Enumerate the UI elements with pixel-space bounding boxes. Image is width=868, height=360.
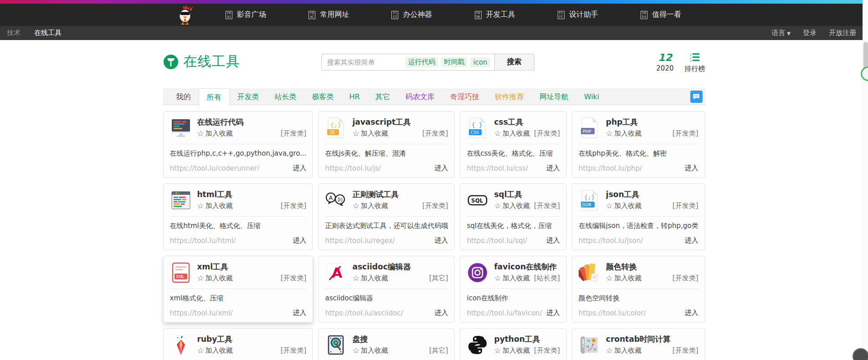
tab-12[interactable]: Wiki — [576, 88, 607, 105]
subnav-right-link-1[interactable]: 语言▼ — [771, 29, 791, 37]
tool-card-10[interactable]: Aasciidoc编辑器☆加入收藏[其它]asciidoc编辑器https://… — [318, 256, 455, 323]
add-favorite-button[interactable]: ☆加入收藏 — [494, 202, 529, 210]
enter-link[interactable]: 进入 — [293, 309, 306, 317]
tab-5[interactable]: 极客类 — [304, 88, 342, 105]
add-favorite-button[interactable]: ☆加入收藏 — [197, 346, 233, 355]
subnav-right-link-3[interactable]: 开放注册 — [829, 29, 856, 37]
tool-url[interactable]: https://tool.lu/js/ — [325, 164, 381, 172]
tool-card-6[interactable]: A到正则测试工具☆加入收藏[开发类]正则表达式测试工具，还可以生成代码哦http… — [318, 183, 455, 250]
star-outline-icon: ☆ — [197, 130, 204, 137]
tool-url[interactable]: https://tool.lu/asciidoc/ — [325, 309, 403, 317]
add-favorite-button[interactable]: ☆加入收藏 — [352, 202, 388, 210]
tool-card-14[interactable]: 盘搜☆加入收藏[其它] — [318, 328, 455, 360]
enter-link[interactable]: 进入 — [685, 309, 699, 317]
ranking-link[interactable]: 1 2 3 排行榜 — [685, 53, 705, 73]
tab-11[interactable]: 网址导航 — [532, 88, 576, 105]
tool-card-16[interactable]: ×××crontab时间计算☆加入收藏[开发类] — [572, 328, 705, 360]
tab-3[interactable]: 开发类 — [230, 88, 267, 105]
tab-10[interactable]: 软件推荐 — [487, 88, 532, 105]
tab-2[interactable]: 所有 — [199, 88, 230, 106]
add-favorite-button[interactable]: ☆加入收藏 — [352, 274, 388, 283]
add-favorite-button[interactable]: ☆加入收藏 — [606, 346, 642, 355]
add-favorite-button[interactable]: ☆加入收藏 — [494, 346, 529, 355]
favorite-label: 加入收藏 — [361, 129, 388, 138]
tool-url[interactable]: https://tool.lu/css/ — [467, 164, 528, 172]
hot-tag-2[interactable]: 时间戳 — [441, 57, 467, 67]
tool-url[interactable]: https://tool.lu/sql/ — [467, 237, 527, 245]
hot-tag-3[interactable]: icon — [470, 57, 490, 67]
rooster-logo[interactable] — [175, 5, 195, 25]
enter-link[interactable]: 进入 — [434, 164, 448, 172]
tool-card-3[interactable]: { }CSScss工具☆加入收藏[开发类]在线css美化、格式化、压缩https… — [460, 111, 566, 178]
page-scrollbar[interactable] — [863, 0, 868, 360]
enter-link[interactable]: 进入 — [546, 309, 560, 317]
add-favorite-button[interactable]: ☆加入收藏 — [494, 129, 529, 138]
svg-text:3: 3 — [690, 59, 692, 62]
add-favorite-button[interactable]: ☆加入收藏 — [606, 129, 642, 138]
subnav-link-2[interactable]: 在线工具 — [34, 29, 62, 37]
tab-1[interactable]: 我的 — [169, 88, 199, 105]
search-hot-tags: 运行代码时间戳icon — [405, 57, 494, 67]
tab-4[interactable]: 站长类 — [267, 88, 304, 105]
tool-url[interactable]: https://tool.lu/json/ — [579, 237, 643, 245]
tool-url[interactable]: https://tool.lu/xml/ — [170, 309, 233, 317]
tool-url[interactable]: https://tool.lu/regex/ — [325, 237, 395, 245]
enter-link[interactable]: 进入 — [546, 164, 560, 172]
python-logo-icon — [467, 334, 488, 356]
nav-item-1[interactable]: F0A1影音广场 — [226, 10, 266, 20]
tool-card-13[interactable]: ruby工具☆加入收藏[开发类] — [163, 328, 313, 360]
star-outline-icon: ☆ — [352, 347, 359, 354]
search-input[interactable] — [322, 58, 406, 66]
nav-item-2[interactable]: F0AC常用网址 — [308, 10, 349, 20]
tool-url[interactable]: https://tool.lu/favicon/ — [467, 309, 542, 317]
tab-7[interactable]: 其它 — [368, 88, 398, 105]
nav-item-label: 设计助手 — [569, 10, 598, 20]
tool-card-4[interactable]: PHPphp工具☆加入收藏[开发类]在线php美化、格式化、解密https://… — [572, 111, 705, 178]
add-favorite-button[interactable]: ☆加入收藏 — [352, 129, 388, 138]
chat-button[interactable] — [690, 91, 703, 103]
enter-link[interactable]: 进入 — [434, 309, 448, 317]
enter-link[interactable]: 进入 — [685, 164, 699, 172]
tool-url[interactable]: https://tool.lu/coderunner/ — [170, 164, 260, 172]
tab-9[interactable]: 奇淫巧技 — [442, 88, 487, 105]
tab-6[interactable]: HR — [342, 88, 368, 105]
sql-badge-icon: SQL — [467, 189, 488, 211]
add-favorite-button[interactable]: ☆加入收藏 — [494, 274, 529, 283]
add-favorite-button[interactable]: ☆加入收藏 — [197, 202, 233, 210]
enter-link[interactable]: 进入 — [546, 236, 560, 245]
add-favorite-button[interactable]: ☆加入收藏 — [606, 274, 642, 283]
subnav-link-1[interactable]: 技术 — [7, 29, 21, 37]
add-favorite-button[interactable]: ☆加入收藏 — [606, 202, 642, 210]
tool-card-1[interactable]: 在线运行代码☆加入收藏[开发类]在线运行php,c,c++,go,python,… — [163, 111, 313, 178]
tool-card-15[interactable]: python工具☆加入收藏[开发类] — [460, 328, 566, 360]
tool-url[interactable]: https://tool.lu/php/ — [579, 164, 642, 172]
nav-item-5[interactable]: F1FC设计助手 — [558, 10, 598, 20]
hot-tag-1[interactable]: 运行代码 — [405, 57, 438, 67]
nav-item-6[interactable]: F0E4值得一看 — [641, 10, 681, 20]
back-to-top-button[interactable] — [853, 348, 868, 360]
tool-card-7[interactable]: SQLsql工具☆加入收藏[开发类]sql在线美化，格式化，压缩https://… — [460, 183, 566, 250]
star-outline-icon: ☆ — [606, 347, 613, 354]
tool-card-2[interactable]: {;}JSjavascript工具☆加入收藏[开发类]在线js美化、解压缩、混淆… — [318, 111, 455, 178]
tab-8[interactable]: 码农文库 — [398, 88, 442, 105]
tool-card-5[interactable]: html工具☆加入收藏[开发类]在线html美化、格式化、压缩https://t… — [163, 183, 313, 250]
tool-url[interactable]: https://tool.lu/html/ — [170, 237, 236, 245]
tool-card-12[interactable]: 颜色转换☆加入收藏[开发类]颜色空间转换https://tool.lu/colo… — [572, 256, 705, 323]
tool-card-8[interactable]: {;}JSONjson工具☆加入收藏[开发类]在线编辑json，语法检查，转ph… — [572, 183, 705, 250]
enter-link[interactable]: 进入 — [293, 236, 306, 245]
tool-card-11[interactable]: favicon在线制作☆加入收藏[站长类]icon在线制作https://too… — [460, 256, 566, 323]
enter-link[interactable]: 进入 — [434, 236, 448, 245]
subnav-right-link-2[interactable]: 登录 — [803, 29, 817, 37]
add-favorite-button[interactable]: ☆加入收藏 — [352, 346, 388, 355]
tool-url[interactable]: https://tool.lu/color/ — [579, 309, 646, 317]
enter-link[interactable]: 进入 — [293, 164, 306, 172]
enter-link[interactable]: 进入 — [685, 236, 699, 245]
svg-text:到: 到 — [338, 197, 343, 203]
nav-item-4[interactable]: F09B开发工具 — [475, 10, 515, 20]
star-outline-icon: ☆ — [494, 203, 501, 209]
add-favorite-button[interactable]: ☆加入收藏 — [197, 274, 233, 283]
search-button[interactable]: 搜索 — [494, 54, 534, 71]
nav-item-3[interactable]: F1C2办公神器 — [391, 10, 432, 20]
tool-card-9[interactable]: XMLxml工具☆加入收藏[开发类]xml格式化、压缩https://tool.… — [163, 256, 313, 323]
add-favorite-button[interactable]: ☆加入收藏 — [197, 129, 233, 138]
